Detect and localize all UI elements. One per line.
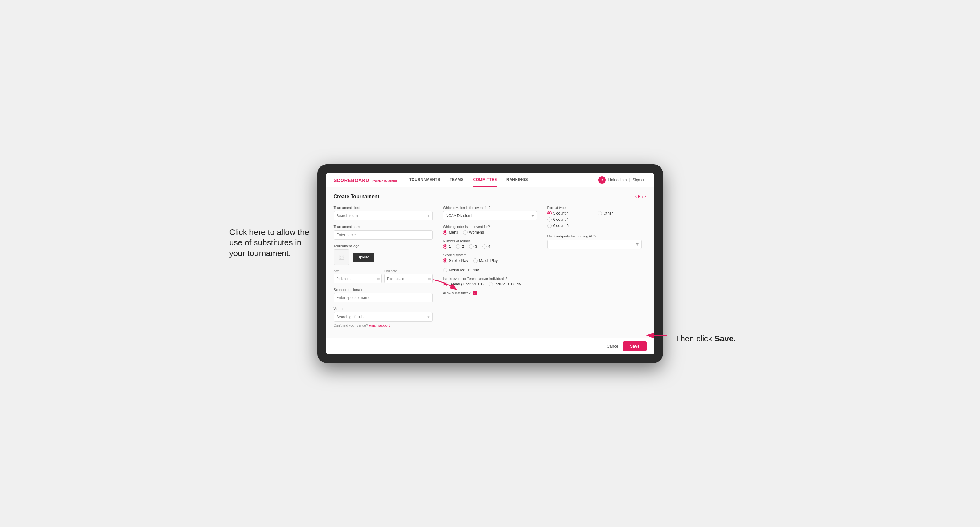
rounds-1-circle	[443, 244, 447, 249]
scoring-label: Scoring system	[443, 253, 537, 257]
back-link[interactable]: < Back	[635, 194, 646, 199]
logo-area: SCOREBOARD Powered by clippd	[334, 178, 397, 183]
venue-note: Can't find your venue? email support	[334, 324, 433, 327]
format-6count5-circle	[547, 224, 552, 228]
bottom-bar: Cancel Save	[326, 338, 654, 354]
upload-button[interactable]: Upload	[353, 252, 374, 262]
venue-group: Venue ▼ Can't find your venue? email sup…	[334, 307, 433, 327]
form-col-2: Which division is the event for? NCAA Di…	[438, 206, 542, 332]
format-6count5[interactable]: 6 count 5	[547, 224, 591, 228]
host-input[interactable]	[334, 211, 433, 221]
substitutes-checkbox[interactable]: ✓	[473, 291, 477, 295]
gender-womens[interactable]: Womens	[463, 230, 484, 235]
format-5count4[interactable]: 5 count 4	[547, 211, 591, 216]
image-icon	[339, 254, 345, 260]
rounds-3-circle	[469, 244, 474, 249]
end-date-input[interactable]	[384, 274, 433, 283]
rounds-group: Number of rounds 1 2	[443, 239, 537, 249]
logo-placeholder	[334, 249, 349, 265]
individuals-only[interactable]: Individuals Only	[488, 282, 521, 286]
division-label: Which division is the event for?	[443, 206, 537, 210]
format-other[interactable]: Other	[598, 211, 641, 216]
gender-radio-group: Mens Womens	[443, 230, 537, 235]
individuals-only-label: Individuals Only	[495, 282, 521, 286]
rounds-3-label: 3	[475, 244, 477, 249]
logo-group: Tournament logo Upload	[334, 244, 433, 265]
gender-mens[interactable]: Mens	[443, 230, 458, 235]
api-group: Use third-party live scoring API? Select…	[547, 234, 641, 249]
gender-womens-label: Womens	[469, 230, 484, 235]
start-date-wrap: date ▦	[334, 270, 382, 283]
nav-item-committee[interactable]: COMMITTEE	[473, 173, 497, 187]
format-other-label: Other	[604, 211, 613, 216]
scoring-stroke[interactable]: Stroke Play	[443, 259, 468, 263]
individuals-only-circle	[488, 282, 493, 286]
format-5count4-label: 5 count 4	[553, 211, 569, 216]
rounds-2[interactable]: 2	[456, 244, 464, 249]
format-label: Format type	[547, 206, 641, 210]
gender-mens-circle	[443, 230, 447, 235]
nav-bar: SCOREBOARD Powered by clippd TOURNAMENTS…	[326, 173, 654, 187]
form-col-1: Tournament Host ▼ Tournament name Tourna	[334, 206, 438, 332]
format-options-grid: 5 count 4 Other 6 count 4	[547, 211, 641, 228]
name-input[interactable]	[334, 230, 433, 240]
scoring-match-label: Match Play	[479, 259, 498, 263]
scoring-match[interactable]: Match Play	[473, 259, 498, 263]
svg-point-1	[340, 256, 341, 257]
tablet-frame: SCOREBOARD Powered by clippd TOURNAMENTS…	[317, 164, 663, 363]
page-title: Create Tournament	[334, 194, 380, 199]
form-col-3: Format type 5 count 4 Other	[542, 206, 647, 332]
gender-label: Which gender is the event for?	[443, 225, 537, 229]
nav-item-rankings[interactable]: RANKINGS	[506, 173, 528, 187]
sign-out-link[interactable]: Sign out	[633, 178, 646, 182]
rounds-2-label: 2	[462, 244, 464, 249]
scoring-match-circle	[473, 259, 477, 263]
gender-womens-circle	[463, 230, 468, 235]
rounds-2-circle	[456, 244, 460, 249]
venue-label: Venue	[334, 307, 433, 311]
rounds-4[interactable]: 4	[482, 244, 490, 249]
format-6count4-label: 6 count 4	[553, 217, 569, 222]
gender-mens-label: Mens	[449, 230, 458, 235]
arrow-right-icon	[645, 332, 670, 339]
format-6count4-circle	[547, 217, 552, 222]
logo-powered: Powered by clippd	[372, 179, 397, 183]
rounds-1-label: 1	[449, 244, 451, 249]
venue-input[interactable]	[334, 312, 433, 322]
name-group: Tournament name	[334, 225, 433, 240]
format-other-circle	[598, 211, 602, 216]
check-icon: ✓	[474, 292, 476, 295]
nav-item-teams[interactable]: TEAMS	[450, 173, 464, 187]
format-6count4[interactable]: 6 count 4	[547, 217, 591, 222]
main-content: Create Tournament < Back Tournament Host…	[326, 187, 654, 338]
division-select[interactable]: NCAA Division I NCAA Division II NCAA Di…	[443, 211, 537, 221]
api-select[interactable]: Select & scoring service	[547, 240, 641, 249]
save-button[interactable]: Save	[623, 341, 646, 351]
page-header: Create Tournament < Back	[334, 194, 647, 199]
tablet-screen: SCOREBOARD Powered by clippd TOURNAMENTS…	[326, 173, 654, 354]
logo-label: Tournament logo	[334, 244, 433, 248]
user-avatar: B	[598, 176, 606, 184]
format-6count5-label: 6 count 5	[553, 224, 569, 228]
start-date-input[interactable]	[334, 274, 382, 283]
rounds-4-label: 4	[488, 244, 490, 249]
scoring-stroke-circle	[443, 259, 447, 263]
logo-upload-area: Upload	[334, 249, 433, 265]
name-label: Tournament name	[334, 225, 433, 229]
api-label: Use third-party live scoring API?	[547, 234, 641, 238]
rounds-1[interactable]: 1	[443, 244, 451, 249]
rounds-3[interactable]: 3	[469, 244, 477, 249]
annotation-left: Click here to allow the use of substitut…	[229, 227, 311, 259]
rounds-label: Number of rounds	[443, 239, 537, 243]
logo-scoreboard: SCOREBOARD	[334, 178, 369, 183]
rounds-4-circle	[482, 244, 487, 249]
form-grid: Tournament Host ▼ Tournament name Tourna	[334, 206, 647, 332]
cancel-button[interactable]: Cancel	[607, 344, 619, 349]
email-support-link[interactable]: email support	[369, 324, 390, 327]
division-group: Which division is the event for? NCAA Di…	[443, 206, 537, 221]
rounds-radio-group: 1 2 3	[443, 244, 537, 249]
scoring-stroke-label: Stroke Play	[449, 259, 468, 263]
nav-user: B blair admin | Sign out	[598, 176, 647, 184]
nav-item-tournaments[interactable]: TOURNAMENTS	[409, 173, 440, 187]
gender-group: Which gender is the event for? Mens Wome…	[443, 225, 537, 235]
